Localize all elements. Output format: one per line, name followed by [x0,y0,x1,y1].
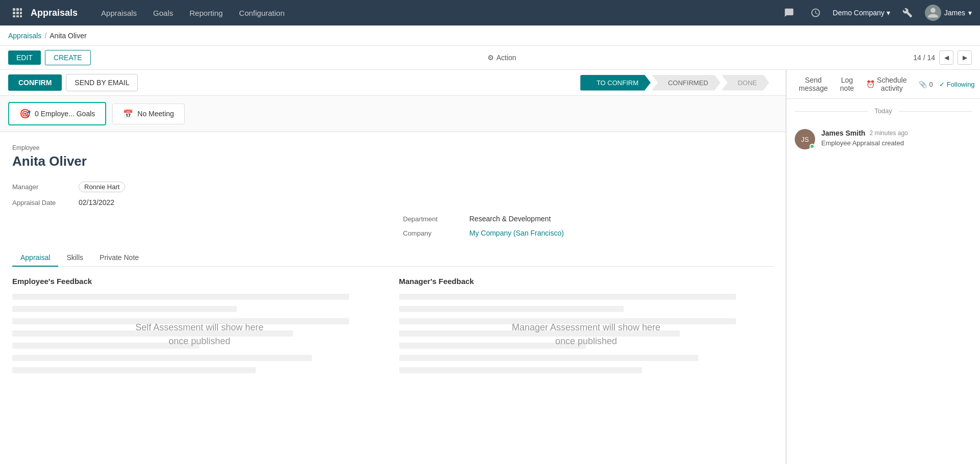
breadcrumb-separator: / [44,32,46,40]
chatter-message: JS James Smith 2 minutes ago Employee Ap… [787,123,980,156]
left-panel: CONFIRM SEND BY EMAIL TO CONFIRM CONFIRM… [0,70,786,464]
workflow-step-confirmed[interactable]: CONFIRMED [652,75,721,91]
form-fields: Manager Ronnie Hart Appraisal Date 02/13… [12,182,773,207]
employee-name: Anita Oliver [12,153,773,169]
user-name: James [944,9,965,17]
nav-goals[interactable]: Goals [145,0,181,25]
edit-button[interactable]: EDIT [8,50,41,65]
app-title: Appraisals [31,8,78,18]
breadcrumb: Appraisals / Anita Oliver [0,25,980,46]
status-bar: CONFIRM SEND BY EMAIL TO CONFIRM CONFIRM… [0,70,786,96]
svg-rect-8 [20,15,22,17]
online-indicator [810,144,815,149]
following-button[interactable]: ✓ Following [939,81,975,88]
appraisal-date-value: 02/13/2022 [79,198,114,207]
checkmark-icon: ✓ [939,81,945,88]
grid-menu-icon[interactable] [8,4,27,22]
workflow-steps: TO CONFIRM CONFIRMED DONE [580,75,769,91]
employee-feedback-section: Employee's Feedback Self Assess [12,277,387,375]
prev-page-button[interactable]: ◀ [939,50,953,65]
confirm-button[interactable]: CONFIRM [8,74,62,91]
tab-private-note[interactable]: Private Note [91,249,147,267]
company-name: Demo Company [833,9,885,17]
tools-icon[interactable] [898,4,917,22]
gear-icon: ⚙ [487,54,494,62]
nav-reporting[interactable]: Reporting [181,0,231,25]
avatar-initials: JS [801,136,808,143]
chatter-panel: Send message Log note ⏰ Schedule activit… [786,70,980,464]
date-divider-text: Today [868,107,898,115]
user-dropdown-icon: ▾ [968,9,972,17]
nav-right: Demo Company ▾ James ▾ [780,4,972,22]
svg-rect-6 [13,15,15,17]
company-value[interactable]: My Company (San Francisco) [470,229,564,237]
chatter-toolbar: Send message Log note ⏰ Schedule activit… [787,70,980,99]
nav-configuration[interactable]: Configuration [231,0,292,25]
nav-appraisals[interactable]: Appraisals [93,0,145,25]
clock-icon[interactable] [806,4,825,22]
company-label: Company [403,229,470,237]
next-page-button[interactable]: ▶ [958,50,972,65]
top-nav: Appraisals Appraisals Goals Reporting Co… [0,0,980,25]
svg-rect-0 [13,8,15,11]
workflow-step-done[interactable]: DONE [721,75,769,91]
svg-rect-3 [13,12,15,14]
department-label: Department [403,215,470,223]
form-content: Employee Anita Oliver Manager Ronnie Har… [0,132,786,464]
breadcrumb-parent[interactable]: Appraisals [8,32,41,40]
breadcrumb-current: Anita Oliver [50,32,86,40]
user-avatar [925,5,941,21]
manager-value[interactable]: Ronnie Hart [79,182,125,192]
manager-feedback-section: Manager's Feedback Manager Asse [399,277,774,375]
meeting-label: No Meeting [137,110,174,118]
clock-small-icon: ⏰ [866,80,875,88]
send-message-button[interactable]: Send message [795,74,832,94]
tab-appraisal[interactable]: Appraisal [12,249,58,267]
pagination-text: 14 / 14 [913,54,935,62]
tab-skills[interactable]: Skills [58,249,91,267]
chatter-content: Today JS James Smith 2 minutes ago Emplo… [787,99,980,464]
employee-feedback-content: Self Assessment will show hereonce publi… [12,294,387,375]
message-avatar: JS [795,129,815,149]
message-body: James Smith 2 minutes ago Employee Appra… [821,129,908,149]
manager-assessment-overlay: Manager Assessment will show hereonce pu… [512,321,660,348]
action-button[interactable]: ⚙ Action [481,50,522,65]
message-text: Employee Appraisal created [821,139,908,147]
workflow-step-to-confirm[interactable]: TO CONFIRM [580,75,651,91]
goals-label: 0 Employe... Goals [35,110,95,118]
attach-count: 📎 0 [919,81,933,88]
main-layout: CONFIRM SEND BY EMAIL TO CONFIRM CONFIRM… [0,70,980,464]
form-tabs: Appraisal Skills Private Note [12,249,773,267]
feedback-grid: Employee's Feedback Self Assess [12,277,773,375]
manager-field: Manager Ronnie Hart [12,182,773,192]
log-note-button[interactable]: Log note [836,74,858,94]
goals-icon: 🎯 [19,108,31,119]
company-dropdown-icon: ▾ [887,9,890,17]
company-selector[interactable]: Demo Company ▾ [833,9,890,17]
manager-feedback-content: Manager Assessment will show hereonce pu… [399,294,774,375]
user-menu[interactable]: James ▾ [925,5,972,21]
nav-menu: Appraisals Goals Reporting Configuration [93,0,780,25]
message-header: James Smith 2 minutes ago [821,129,908,137]
svg-rect-2 [20,8,22,11]
chatter-stats: 📎 0 ✓ Following 👤 1 [919,81,980,88]
appraisal-date-label: Appraisal Date [12,199,79,207]
schedule-activity-button[interactable]: ⏰ Schedule activity [862,74,911,94]
chatter-date-divider: Today [787,99,980,123]
paperclip-icon: 📎 [919,81,927,88]
chat-icon[interactable] [780,4,798,22]
create-button[interactable]: CREATE [45,50,91,65]
send-email-button[interactable]: SEND BY EMAIL [66,74,138,91]
message-time: 2 minutes ago [869,130,908,137]
goals-button[interactable]: 🎯 0 Employe... Goals [8,102,106,125]
appraisal-date-field: Appraisal Date 02/13/2022 [12,198,773,207]
department-field: Department Research & Development Compan… [403,215,774,237]
message-author: James Smith [821,129,865,137]
meeting-button[interactable]: 📅 No Meeting [112,104,185,124]
svg-rect-1 [16,8,19,11]
employee-field-label: Employee [12,144,773,151]
self-assessment-overlay: Self Assessment will show hereonce publi… [135,321,263,348]
toolbar: EDIT CREATE ⚙ Action 14 / 14 ◀ ▶ [0,46,980,70]
manager-feedback-title: Manager's Feedback [399,277,774,286]
svg-rect-5 [20,12,22,14]
